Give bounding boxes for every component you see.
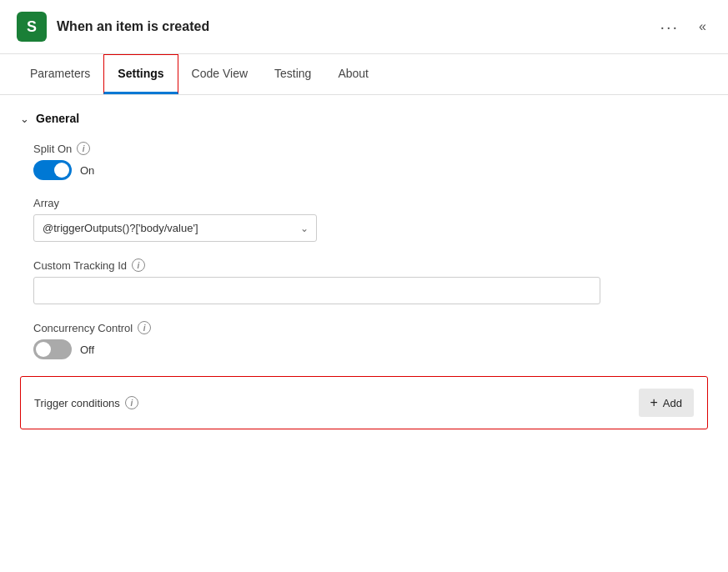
concurrency-control-toggle-label: Off [80, 344, 94, 356]
concurrency-control-slider [33, 339, 72, 359]
custom-tracking-id-label: Custom Tracking Id i [33, 258, 708, 272]
tab-testing[interactable]: Testing [261, 55, 324, 93]
tab-parameters[interactable]: Parameters [17, 55, 103, 93]
trigger-conditions-label: Trigger conditions i [34, 396, 138, 409]
more-options-button[interactable]: ··· [655, 14, 684, 40]
trigger-conditions-row: Trigger conditions i + Add [20, 376, 708, 429]
tab-settings[interactable]: Settings [103, 54, 178, 94]
tab-about[interactable]: About [324, 55, 382, 93]
split-on-info-icon[interactable]: i [77, 142, 90, 155]
section-general-header[interactable]: ⌄ General [20, 112, 708, 125]
split-on-toggle-row: On [33, 160, 708, 180]
concurrency-control-info-icon[interactable]: i [138, 321, 151, 334]
array-select-wrapper: @triggerOutputs()?['body/value'] ⌄ [33, 214, 317, 242]
header-title: When an item is created [57, 19, 209, 34]
header-actions: ··· « [655, 14, 711, 40]
collapse-button[interactable]: « [694, 16, 711, 38]
chevron-down-icon: ⌄ [20, 113, 29, 125]
concurrency-control-toggle[interactable] [33, 339, 72, 359]
custom-tracking-id-input[interactable] [33, 277, 600, 304]
split-on-toggle[interactable] [33, 160, 72, 180]
tabs: Parameters Settings Code View Testing Ab… [0, 54, 728, 95]
header: S When an item is created ··· « [0, 0, 728, 54]
array-group: Array @triggerOutputs()?['body/value'] ⌄ [20, 197, 708, 242]
content: ⌄ General Split On i On Array [0, 95, 728, 572]
app-icon: S [17, 12, 47, 42]
split-on-toggle-label: On [80, 164, 94, 177]
split-on-label: Split On i [33, 142, 708, 155]
split-on-slider [33, 160, 72, 180]
section-title: General [36, 112, 79, 125]
concurrency-control-group: Concurrency Control i Off [20, 321, 708, 359]
array-select[interactable]: @triggerOutputs()?['body/value'] [33, 214, 317, 242]
custom-tracking-id-group: Custom Tracking Id i [20, 258, 708, 304]
custom-tracking-id-info-icon[interactable]: i [132, 258, 145, 272]
concurrency-control-label: Concurrency Control i [33, 321, 708, 334]
trigger-conditions-info-icon[interactable]: i [125, 396, 138, 409]
panel: S When an item is created ··· « Paramete… [0, 0, 728, 572]
plus-icon: + [650, 395, 658, 410]
array-label: Array [33, 197, 708, 209]
add-trigger-condition-button[interactable]: + Add [639, 389, 694, 417]
concurrency-control-toggle-row: Off [33, 339, 708, 359]
tab-code-view[interactable]: Code View [178, 55, 261, 93]
header-left: S When an item is created [17, 12, 209, 42]
split-on-group: Split On i On [20, 142, 708, 180]
